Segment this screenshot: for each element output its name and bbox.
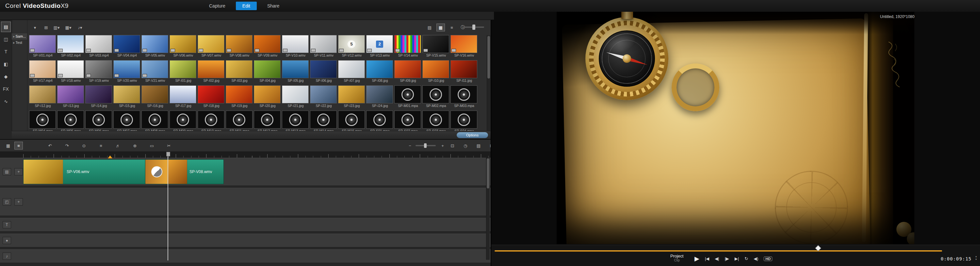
voice-track[interactable]: ●: [0, 234, 491, 247]
title-track-icon[interactable]: T: [3, 221, 11, 228]
media-thumbnail[interactable]: SP-V19.wmv: [86, 61, 112, 82]
overlay-track[interactable]: ◰ +: [0, 188, 491, 216]
media-thumbnail[interactable]: SP-I20.jpg: [254, 86, 281, 107]
overlays-button[interactable]: ◆: [1, 71, 11, 82]
add-video-track-button[interactable]: +: [14, 168, 23, 175]
media-thumbnail[interactable]: SP-I03.jpg: [226, 61, 253, 82]
media-thumbnail[interactable]: SP-I01.jpg: [170, 61, 197, 82]
media-thumbnail[interactable]: SP-S03.mpa: [423, 111, 450, 133]
media-thumbnail[interactable]: SP-M02.mpa: [423, 86, 450, 107]
media-thumbnail[interactable]: SP-V10.wmv: [282, 35, 309, 57]
music-track[interactable]: ♪: [0, 249, 491, 263]
timecode-spinner[interactable]: ▴ ▾: [975, 255, 977, 261]
media-thumbnail[interactable]: SP-I18.jpg: [198, 86, 225, 107]
options-button[interactable]: Options: [457, 132, 488, 138]
media-thumbnail[interactable]: SP-I13.jpg: [57, 86, 84, 107]
media-thumbnail[interactable]: SP-V17.mp4: [29, 61, 56, 82]
tab-edit[interactable]: Edit: [236, 2, 257, 10]
media-thumbnail[interactable]: SP-I12.jpg: [29, 86, 56, 107]
video-track-icon[interactable]: ▤: [3, 168, 11, 175]
playback-mode-toggle[interactable]: Project Clip: [670, 254, 683, 262]
media-thumbnail[interactable]: SP-I06.jpg: [310, 61, 337, 82]
redo-button[interactable]: ↷: [63, 142, 71, 149]
timeline-view-button[interactable]: ≡: [14, 142, 23, 149]
media-thumbnail[interactable]: SP-M04.mpa: [29, 111, 56, 133]
timeline-scrollbar[interactable]: [486, 158, 490, 260]
preview-timecode[interactable]: 0:00:09:15: [941, 256, 972, 261]
tab-capture[interactable]: Capture: [202, 2, 232, 10]
media-thumbnail[interactable]: SP-V18.wmv: [57, 61, 84, 82]
cue-marker[interactable]: [108, 155, 112, 159]
end-button[interactable]: ▶|: [735, 256, 739, 261]
media-thumbnail[interactable]: SP-I16.jpg: [142, 86, 169, 107]
fit-project-button[interactable]: ⊡: [448, 142, 457, 149]
media-thumbnail[interactable]: SP-S04.mpa: [451, 111, 477, 133]
thumbnail-view-button[interactable]: ▦: [436, 24, 445, 31]
media-thumbnail[interactable]: SP-I23.jpg: [339, 86, 365, 107]
library-scrollbar[interactable]: [487, 35, 490, 131]
media-thumbnail[interactable]: SP-M09.mpa: [170, 111, 197, 133]
media-thumbnail[interactable]: SP-M06.mpa: [86, 111, 112, 133]
timecode-down-icon[interactable]: ▾: [975, 258, 977, 261]
media-thumbnail[interactable]: SP-I22.jpg: [310, 86, 337, 107]
gallery-folder[interactable]: ▸Sam...: [12, 34, 27, 40]
filters-button[interactable]: FX: [1, 84, 11, 94]
zoom-in-button[interactable]: +: [438, 142, 447, 149]
media-thumbnail[interactable]: SP-V21.wmv: [142, 61, 169, 82]
timeline-zoom-knob[interactable]: [424, 143, 426, 148]
media-thumbnail[interactable]: SP-V02.mp4: [57, 35, 84, 57]
video-track[interactable]: ▤ + SP-V06.wmv SP-V08.wmv: [0, 158, 491, 186]
media-thumbnail[interactable]: SP-M08.mpa: [142, 111, 169, 133]
media-thumbnail[interactable]: SP-V01.mp4: [29, 35, 56, 57]
voice-track-icon[interactable]: ●: [3, 237, 11, 244]
add-overlay-track-button[interactable]: +: [14, 198, 23, 205]
split-by-scene-button[interactable]: ✂: [165, 142, 173, 149]
list-view-button[interactable]: ▤: [425, 24, 434, 31]
media-thumbnail[interactable]: SP-M14.mpa: [310, 111, 337, 133]
media-thumbnail[interactable]: SP-V08.wmv: [226, 35, 253, 57]
thumbnail-size-knob[interactable]: [473, 24, 475, 30]
media-thumbnail[interactable]: SP-S02.mpa: [395, 111, 422, 133]
undo-button[interactable]: ↶: [46, 142, 54, 149]
mode-clip-label[interactable]: Clip: [670, 258, 683, 262]
filter-videos-button[interactable]: ▥▾: [52, 24, 61, 31]
media-thumbnail[interactable]: SP-V14.wmv: [395, 35, 422, 57]
media-thumbnail[interactable]: SP-V11.wmv: [310, 35, 337, 57]
media-thumbnail[interactable]: SP-V07.wmv: [198, 35, 225, 57]
media-thumbnail[interactable]: SP-M03.mpa: [451, 86, 477, 107]
motion-tracking-button[interactable]: ⊕: [130, 142, 139, 149]
media-thumbnail[interactable]: SP-M01.mpa: [395, 86, 422, 107]
playhead[interactable]: [167, 152, 168, 260]
media-thumbnail[interactable]: SP-V15.wmv: [423, 35, 450, 57]
media-thumbnail[interactable]: SP-I24.jpg: [366, 86, 393, 107]
media-thumbnail[interactable]: SP-V20.wmv: [114, 61, 140, 82]
media-thumbnail[interactable]: SP-V05.wmv: [142, 35, 169, 57]
media-thumbnail[interactable]: SP-I10.jpg: [423, 61, 450, 82]
media-thumbnail[interactable]: SP-V09.wmv: [254, 35, 281, 57]
record-capture-button[interactable]: ⊙: [80, 142, 88, 149]
media-library-button[interactable]: ▤: [1, 22, 11, 32]
media-thumbnail[interactable]: SP-I21.jpg: [282, 86, 309, 107]
previous-frame-button[interactable]: ◀|: [715, 256, 719, 261]
zoom-out-button[interactable]: −: [406, 142, 414, 149]
media-thumbnail[interactable]: SP-I19.jpg: [226, 86, 253, 107]
overlay-track-icon[interactable]: ◰: [3, 198, 11, 205]
filter-photos-button[interactable]: ▦▾: [64, 24, 73, 31]
media-thumbnail[interactable]: SP-V06.wmv: [170, 35, 197, 57]
thumbnail-size-slider[interactable]: [463, 27, 484, 28]
import-media-button[interactable]: ⊞: [42, 24, 50, 31]
filter-audio-button[interactable]: ♪▾: [76, 24, 84, 31]
instant-project-button[interactable]: ◫: [1, 34, 11, 45]
media-thumbnail[interactable]: SP-V03.mp4: [86, 35, 112, 57]
transitions-button[interactable]: T: [1, 46, 11, 57]
sound-mixer-button[interactable]: ≡: [97, 142, 105, 149]
title-track[interactable]: T: [0, 218, 491, 232]
media-thumbnail[interactable]: SP-I07.jpg: [339, 61, 365, 82]
timeline-clip[interactable]: [145, 159, 168, 184]
media-thumbnail[interactable]: SP-M13.mpa: [282, 111, 309, 133]
media-thumbnail[interactable]: SP-I08.jpg: [366, 61, 393, 82]
project-duration-button[interactable]: ◷: [461, 142, 470, 149]
media-thumbnail[interactable]: SP-M11.mpa: [226, 111, 253, 133]
media-thumbnail[interactable]: SP-M10.mpa: [198, 111, 225, 133]
media-thumbnail[interactable]: SP-I11.jpg: [451, 61, 477, 82]
